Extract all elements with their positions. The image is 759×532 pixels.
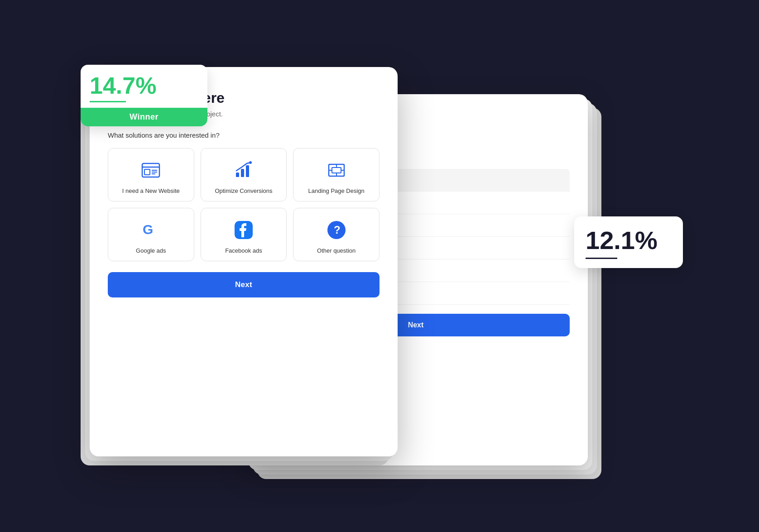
svg-point-9 [249,161,252,164]
option-google[interactable]: G G Google ads [108,208,194,261]
google-icon: G G [139,218,163,242]
website-label: I need a New Website [122,187,180,194]
options-grid: I need a New Website Optimize Conversion… [108,148,380,261]
website-icon [139,158,163,182]
winner-percent: 14.7% [90,74,198,97]
svg-rect-2 [144,169,150,175]
winner-line [90,101,126,102]
next-button[interactable]: Next [108,272,380,297]
option-optimize[interactable]: Optimize Conversions [201,148,287,201]
landing-icon [325,158,348,182]
scene: ssage us here rward to hear about projec… [62,40,697,493]
option-facebook[interactable]: Facebook ads [201,208,287,261]
svg-text:?: ? [334,224,341,236]
winner-badge: 14.7% Winner [81,65,207,126]
svg-text:G: G [143,222,153,237]
facebook-label: Facebook ads [225,247,262,254]
front-card-question: What solutions are you interested in? [108,131,380,139]
other-label: Other question [317,247,355,254]
winner-label: Winner [81,108,207,126]
optimize-label: Optimize Conversions [215,187,272,194]
percent-value: 12.1% [586,228,672,253]
google-label: Google ads [136,247,166,254]
percent-line [586,258,617,259]
landing-label: Landing Page Design [308,187,365,194]
option-website[interactable]: I need a New Website [108,148,194,201]
percent-badge: 12.1% [574,216,683,268]
svg-rect-6 [236,173,239,177]
option-landing[interactable]: Landing Page Design [293,148,380,201]
option-other[interactable]: ? Other question [293,208,380,261]
svg-rect-11 [332,168,341,173]
facebook-icon [232,218,255,242]
svg-rect-7 [241,169,244,177]
optimize-icon [232,158,255,182]
svg-rect-8 [246,165,249,177]
question-icon: ? [325,218,348,242]
